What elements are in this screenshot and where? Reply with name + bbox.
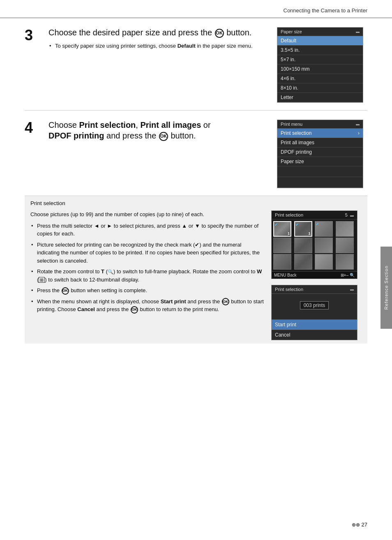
print-menu-box: Print menu ▬ Print selection › Print all… (277, 120, 363, 188)
print-selection-bullet-4: Press the OK button when setting is comp… (30, 286, 264, 295)
thumb-cell-2[interactable]: ✔ (315, 221, 333, 237)
confirm-box-body: 003 prints (272, 294, 357, 319)
paper-size-item-1[interactable]: 3.5×5 in. (277, 46, 363, 55)
thumb-cell-0[interactable]: ✔ 1 (273, 221, 291, 237)
main-content: 3 Choose the desired paper size and pres… (0, 18, 392, 368)
print-selection-subtitle: Print selection (30, 200, 362, 206)
paper-size-item-0[interactable]: Default (277, 36, 363, 46)
thumb-num-1: 1 (308, 231, 310, 235)
thumb-box-footer: MENU Back ⊞+– 🔍 (272, 271, 357, 279)
print-selection-bullet-3: Rotate the zoom control to T (🔍) to swit… (30, 268, 264, 284)
step-3-side: Paper size ▬ Default 3.5×5 in. 5×7 in. 1… (277, 27, 367, 103)
thumb-cell-5[interactable] (294, 238, 312, 253)
step-4-side: Print menu ▬ Print selection › Print all… (277, 120, 367, 188)
print-selection-side: Print selection 5 ▬ ✔ 1 (271, 210, 362, 340)
thumb-cell-9[interactable] (294, 254, 312, 270)
page-header: Connecting the Camera to a Printer (0, 0, 392, 18)
paper-size-item-6[interactable]: Letter (277, 93, 363, 102)
confirm-cancel[interactable]: Cancel (272, 330, 357, 340)
print-menu-item-1[interactable]: Print all images (277, 138, 363, 148)
step-3-body: Choose the desired paper size and press … (48, 27, 269, 103)
print-selection-thumb-box: Print selection 5 ▬ ✔ 1 (271, 210, 357, 279)
confirm-battery-icon: ▬ (350, 287, 354, 291)
step-4-number: 4 (25, 120, 40, 188)
confirm-box-title: Print selection ▬ (272, 285, 357, 294)
thumb-num-0: 1 (288, 231, 290, 235)
thumb-cell-4[interactable] (273, 238, 291, 253)
reference-tab-label: Reference Section (384, 265, 389, 310)
paper-size-item-2[interactable]: 5×7 in. (277, 55, 363, 65)
thumb-cell-11[interactable] (336, 254, 354, 270)
menu-battery-icon: ▬ (356, 30, 360, 34)
paper-size-item-4[interactable]: 4×6 in. (277, 74, 363, 83)
print-selection-confirm-box: Print selection ▬ 003 prints Start print… (271, 285, 357, 340)
thumb-check-2: ✔ (316, 222, 319, 226)
print-selection-subsection: Print selection Choose pictures (up to 9… (25, 196, 367, 344)
step-3-section: 3 Choose the desired paper size and pres… (25, 18, 367, 111)
ok-icon-inline-4: OK (62, 287, 69, 295)
thumb-check-1: ✔ (295, 222, 299, 227)
step-4-title: Choose Print selection, Print all images… (48, 120, 269, 141)
paper-size-item-3[interactable]: 100×150 mm (277, 65, 363, 74)
confirm-start-print[interactable]: Start print (272, 319, 357, 330)
paper-size-item-5[interactable]: 8×10 in. (277, 83, 363, 93)
print-selection-body: Choose pictures (up to 99) and the numbe… (30, 210, 362, 340)
print-menu-item-empty1 (277, 166, 363, 177)
step-3-bullets: To specify paper size using printer sett… (48, 42, 269, 50)
thumb-box-header: Print selection 5 ▬ (272, 211, 357, 219)
step-3-bullet-1: To specify paper size using printer sett… (48, 42, 269, 50)
thumb-cell-10[interactable] (315, 254, 333, 270)
ok-button-icon-3: OK (215, 29, 224, 38)
print-menu-item-0[interactable]: Print selection › (277, 129, 363, 138)
paper-size-menu: Paper size ▬ Default 3.5×5 in. 5×7 in. 1… (277, 27, 363, 103)
ok-button-icon-4: OK (159, 132, 168, 141)
print-selection-bullet-1: Press the multi selector ◄ or ► to selec… (30, 222, 264, 238)
paper-size-menu-title: Paper size ▬ (277, 28, 363, 36)
confirm-prints-label: 003 prints (300, 301, 329, 309)
thumb-cell-1[interactable]: ✔ 1 (294, 221, 312, 237)
page-footer: ⊕⊕ 27 (352, 522, 367, 528)
step-3-number: 3 (25, 27, 40, 103)
print-menu-title: Print menu ▬ (277, 120, 363, 129)
reference-section-tab: Reference Section (380, 247, 392, 329)
thumb-count: 5 ▬ (345, 212, 354, 217)
thumb-cell-8[interactable] (273, 254, 291, 270)
thumb-cell-7[interactable] (336, 238, 354, 253)
header-title: Connecting the Camera to a Printer (284, 7, 368, 14)
thumb-grid: ✔ 1 ✔ 1 ✔ (272, 219, 357, 271)
page-number: 27 (362, 522, 367, 528)
ok-icon-inline-6: OK (131, 306, 138, 314)
thumb-check-0: ✔ (274, 222, 278, 227)
print-menu-item-empty2 (277, 177, 363, 188)
thumb-cell-6[interactable] (315, 238, 333, 253)
print-menu-item-3[interactable]: Paper size (277, 157, 363, 166)
step-4-body: Choose Print selection, Print all images… (48, 120, 269, 188)
print-menu-item-2[interactable]: DPOF printing (277, 148, 363, 157)
step-4-section: 4 Choose Print selection, Print all imag… (25, 111, 367, 196)
thumb-cell-3[interactable] (336, 221, 354, 237)
step-3-title: Choose the desired paper size and press … (48, 27, 269, 38)
print-menu-battery-icon: ▬ (356, 122, 360, 126)
print-selection-intro: Choose pictures (up to 99) and the numbe… (30, 210, 264, 219)
print-selection-bullet-2: Picture selected for printing can be rec… (30, 241, 264, 265)
print-selection-bullets: Press the multi selector ◄ or ► to selec… (30, 222, 264, 314)
print-selection-bullet-5: When the menu shown at right is displaye… (30, 298, 264, 314)
ok-icon-inline-5: OK (222, 298, 229, 305)
footer-icon: ⊕⊕ (352, 522, 360, 528)
print-selection-text: Choose pictures (up to 99) and the numbe… (30, 210, 264, 340)
